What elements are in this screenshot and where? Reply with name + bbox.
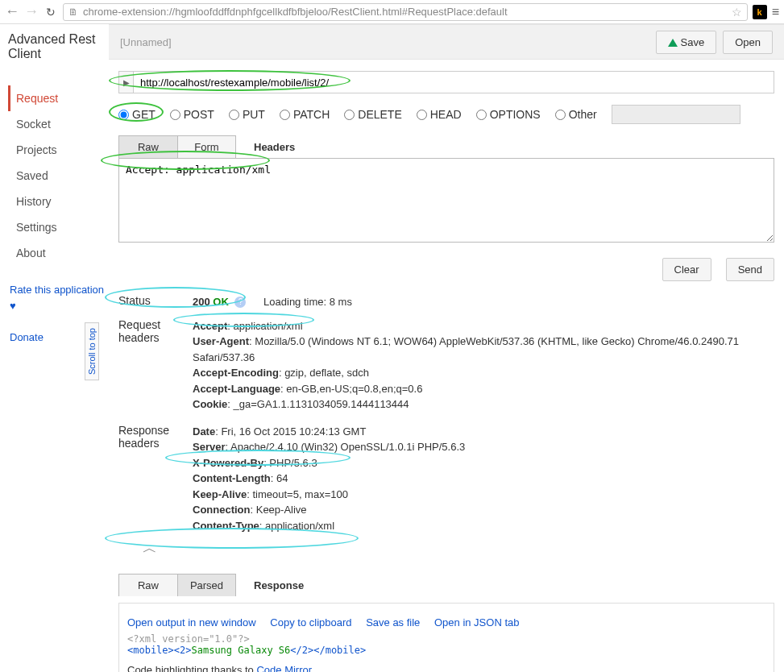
code-credit: Code highlighting thanks to Code Mirror (127, 664, 765, 672)
status-label: Status (118, 294, 193, 310)
back-icon[interactable]: ← (5, 3, 19, 20)
method-delete[interactable]: DELETE (344, 108, 401, 121)
response-body: Open output in new window Copy to clipbo… (118, 603, 774, 672)
save-button[interactable]: Save (656, 31, 717, 54)
browser-toolbar: ← → ↻ 🗎 chrome-extension://hgmloofddffdn… (0, 0, 784, 24)
method-row: GET POST PUT PATCH DELETE HEAD OPTIONS O… (118, 105, 774, 124)
response-links: Open output in new window Copy to clipbo… (127, 616, 765, 628)
loading-time-label: Loading time: (263, 296, 326, 308)
sidebar-item-socket[interactable]: Socket (8, 111, 109, 137)
link-save-file[interactable]: Save as file (366, 616, 420, 628)
forward-icon[interactable]: → (24, 3, 39, 20)
response-label: Response (254, 579, 304, 591)
main-panel: [Unnamed] Save Open ▶ GET POST PUT PATCH… (109, 24, 784, 672)
request-headers-label: Request headers (118, 318, 193, 413)
url-input[interactable] (133, 71, 774, 93)
request-name: [Unnamed] (120, 36, 172, 48)
method-options[interactable]: OPTIONS (476, 108, 541, 121)
sidebar-item-about[interactable]: About (8, 240, 109, 266)
link-open-json[interactable]: Open in JSON tab (434, 616, 520, 628)
sidebar-item-settings[interactable]: Settings (8, 214, 109, 240)
method-head[interactable]: HEAD (417, 108, 462, 121)
xml-declaration: <?xml version="1.0"?> (127, 633, 250, 645)
status-text: OK (213, 296, 229, 308)
url-expand-icon[interactable]: ▶ (118, 71, 133, 93)
tab-raw[interactable]: Raw (119, 136, 177, 158)
sidebar-item-projects[interactable]: Projects (8, 137, 109, 163)
response-tab-raw[interactable]: Raw (119, 575, 177, 596)
headers-label: Headers (254, 141, 295, 153)
send-button[interactable]: Send (726, 258, 774, 281)
method-patch[interactable]: PATCH (280, 108, 330, 121)
top-bar: [Unnamed] Save Open (109, 24, 784, 60)
status-code: 200 (193, 296, 210, 308)
open-button[interactable]: Open (723, 31, 773, 54)
method-post[interactable]: POST (170, 108, 214, 121)
omnibox-url: chrome-extension://hgmloofddffdnphfgcell… (83, 6, 727, 18)
bookmark-star-icon[interactable]: ☆ (732, 6, 742, 19)
method-put[interactable]: PUT (229, 108, 265, 121)
omnibox[interactable]: 🗎 chrome-extension://hgmloofddffdnphfgce… (63, 3, 748, 21)
xml-text: Samsung Galaxy S6 (191, 645, 290, 656)
loading-time-value: 8 ms (330, 296, 352, 308)
help-icon[interactable]: ? (234, 297, 246, 308)
method-other[interactable]: Other (555, 108, 597, 121)
extension-icon[interactable]: k (753, 5, 767, 19)
menu-icon[interactable]: ≡ (772, 5, 779, 19)
clear-button[interactable]: Clear (662, 258, 711, 281)
page-icon: 🗎 (68, 6, 78, 18)
link-open-output[interactable]: Open output in new window (127, 616, 256, 628)
code-mirror-link[interactable]: Code Mirror (256, 664, 312, 672)
rate-link[interactable]: Rate this application ♥ (8, 282, 109, 313)
headers-textarea[interactable]: Accept: application/xml (118, 158, 774, 243)
response-tab-parsed[interactable]: Parsed (177, 575, 235, 596)
sidebar-item-history[interactable]: History (8, 189, 109, 214)
tab-form[interactable]: Form (177, 136, 235, 158)
sidebar-item-request[interactable]: Request (8, 85, 109, 111)
method-other-input[interactable] (612, 105, 740, 124)
collapse-icon[interactable]: ︿ (143, 538, 774, 558)
response-headers-label: Response headers (118, 424, 193, 534)
scroll-to-top[interactable]: Scroll to top (85, 322, 99, 380)
link-copy-clipboard[interactable]: Copy to clipboard (270, 616, 351, 628)
sidebar-item-saved[interactable]: Saved (8, 163, 109, 189)
reload-icon[interactable]: ↻ (44, 6, 58, 19)
method-get[interactable]: GET (118, 108, 156, 121)
request-headers-body: Accept: application/xmlUser-Agent: Mozil… (193, 318, 774, 413)
app-title: Advanced Rest Client (8, 32, 109, 85)
drive-icon (668, 39, 678, 47)
response-headers-body: Date: Fri, 16 Oct 2015 10:24:13 GMTServe… (193, 424, 774, 534)
